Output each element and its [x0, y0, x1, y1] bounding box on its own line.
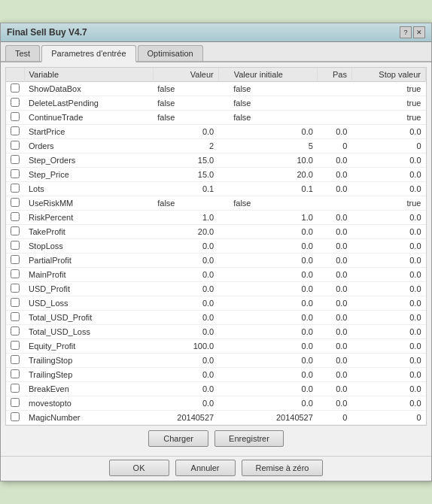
- table-row: Equity_Profit100.00.00.00.0: [6, 339, 426, 354]
- param-valeur-initiale: 0.0: [218, 396, 318, 411]
- param-pas: 0.0: [318, 354, 352, 368]
- col-variable: Variable: [24, 68, 153, 82]
- row-checkbox[interactable]: [11, 284, 20, 293]
- param-stop: 0.0: [351, 268, 425, 282]
- row-checkbox[interactable]: [11, 112, 20, 121]
- param-name: Step_Price: [24, 168, 153, 182]
- param-pas: [318, 82, 352, 96]
- row-checkbox[interactable]: [11, 241, 20, 250]
- row-checkbox[interactable]: [11, 141, 20, 150]
- param-pas: 0.0: [318, 182, 352, 196]
- param-valeur: 2: [153, 139, 218, 153]
- table-row: StartPrice0.00.00.00.0: [6, 125, 426, 139]
- row-checkbox[interactable]: [11, 369, 20, 378]
- row-checkbox[interactable]: [11, 384, 20, 393]
- param-valeur-initiale: false: [218, 196, 318, 211]
- param-valeur: 20140527: [153, 411, 218, 425]
- param-name: Orders: [24, 139, 153, 153]
- param-valeur-initiale: 0.1: [218, 182, 318, 196]
- tab-parametres[interactable]: Parametres d'entrée: [41, 45, 135, 62]
- param-valeur: 0.0: [153, 396, 218, 411]
- row-checkbox[interactable]: [11, 155, 20, 164]
- remise-a-zero-button[interactable]: Remise à zéro: [242, 460, 324, 476]
- param-pas: 0.0: [318, 296, 352, 311]
- param-valeur: 0.0: [153, 254, 218, 268]
- param-stop: 0.0: [351, 282, 425, 296]
- table-row: StopLoss0.00.00.00.0: [6, 239, 426, 254]
- close-button[interactable]: ✕: [413, 26, 425, 38]
- param-pas: 0.0: [318, 239, 352, 254]
- param-name: TrailingStep: [24, 368, 153, 382]
- table-row: ShowDataBoxfalsefalsetrue: [6, 82, 426, 96]
- param-pas: [318, 111, 352, 125]
- param-pas: 0.0: [318, 396, 352, 411]
- param-stop: 0.0: [351, 182, 425, 196]
- param-valeur-initiale: false: [218, 96, 318, 111]
- param-valeur: false: [153, 96, 218, 111]
- param-name: Equity_Profit: [24, 339, 153, 354]
- param-name: Total_USD_Profit: [24, 311, 153, 325]
- action-buttons: Charger Enregistrer: [5, 426, 427, 451]
- tab-test[interactable]: Test: [5, 45, 40, 61]
- table-row: Step_Price15.020.00.00.0: [6, 168, 426, 182]
- charger-button[interactable]: Charger: [148, 430, 208, 447]
- param-name: ShowDataBox: [24, 82, 153, 96]
- param-stop: 0.0: [351, 254, 425, 268]
- param-pas: [318, 196, 352, 211]
- title-bar: Final Sell Buy V4.7 ? ✕: [1, 23, 431, 42]
- row-checkbox[interactable]: [11, 298, 20, 307]
- table-row: PartialProfit0.00.00.00.0: [6, 254, 426, 268]
- param-valeur-initiale: 20140527: [218, 411, 318, 425]
- row-checkbox[interactable]: [11, 212, 20, 221]
- row-checkbox[interactable]: [11, 98, 20, 107]
- row-checkbox[interactable]: [11, 198, 20, 207]
- tab-optimisation[interactable]: Optimisation: [138, 45, 203, 61]
- enregistrer-button[interactable]: Enregistrer: [214, 430, 284, 447]
- row-checkbox[interactable]: [11, 312, 20, 321]
- table-row: movestopto0.00.00.00.0: [6, 396, 426, 411]
- row-checkbox[interactable]: [11, 169, 20, 178]
- row-checkbox[interactable]: [11, 398, 20, 407]
- param-valeur-initiale: 0.0: [218, 268, 318, 282]
- param-stop: 0.0: [351, 125, 425, 139]
- row-checkbox[interactable]: [11, 355, 20, 364]
- row-checkbox[interactable]: [11, 226, 20, 235]
- table-row: USD_Loss0.00.00.00.0: [6, 296, 426, 311]
- param-valeur-initiale: false: [218, 82, 318, 96]
- table-row: ContinueTradefalsefalsetrue: [6, 111, 426, 125]
- row-checkbox[interactable]: [11, 184, 20, 193]
- main-window: Final Sell Buy V4.7 ? ✕ Test Parametres …: [0, 23, 432, 481]
- row-checkbox[interactable]: [11, 255, 20, 264]
- parameters-table-container: Variable Valeur Valeur initiale Pas Stop…: [5, 67, 427, 426]
- table-row: Lots0.10.10.00.0: [6, 182, 426, 196]
- param-stop: 0.0: [351, 296, 425, 311]
- row-checkbox[interactable]: [11, 341, 20, 350]
- ok-button[interactable]: OK: [109, 460, 169, 476]
- param-valeur-initiale: 0.0: [218, 354, 318, 368]
- param-pas: 0.0: [318, 311, 352, 325]
- table-row: Orders2500: [6, 139, 426, 153]
- row-checkbox[interactable]: [11, 326, 20, 335]
- table-row: RiskPercent1.01.00.00.0: [6, 211, 426, 225]
- row-checkbox[interactable]: [11, 269, 20, 278]
- param-valeur: 0.0: [153, 239, 218, 254]
- table-row: TrailingStop0.00.00.00.0: [6, 354, 426, 368]
- param-stop: 0.0: [351, 153, 425, 168]
- row-checkbox[interactable]: [11, 83, 20, 93]
- annuler-button[interactable]: Annuler: [175, 460, 236, 476]
- param-valeur-initiale: 0.0: [218, 368, 318, 382]
- param-stop: true: [351, 111, 425, 125]
- param-valeur-initiale: 0.0: [218, 339, 318, 354]
- parameters-table: Variable Valeur Valeur initiale Pas Stop…: [6, 68, 426, 425]
- param-stop: 0.0: [351, 168, 425, 182]
- row-checkbox[interactable]: [11, 412, 20, 421]
- help-button[interactable]: ?: [400, 26, 412, 38]
- table-row: USD_Profit0.00.00.00.0: [6, 282, 426, 296]
- param-pas: 0.0: [318, 254, 352, 268]
- param-name: ContinueTrade: [24, 111, 153, 125]
- param-name: PartialProfit: [24, 254, 153, 268]
- param-valeur-initiale: 5: [218, 139, 318, 153]
- tab-content: Variable Valeur Valeur initiale Pas Stop…: [1, 62, 431, 456]
- param-name: TrailingStop: [24, 354, 153, 368]
- row-checkbox[interactable]: [11, 126, 20, 135]
